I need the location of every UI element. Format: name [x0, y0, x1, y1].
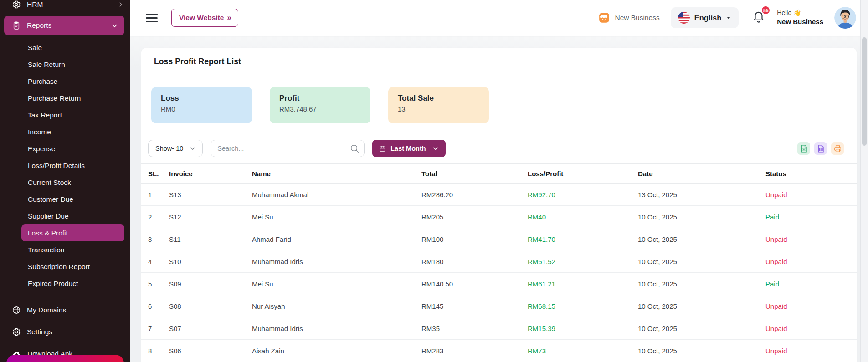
- cell-sl: 8: [148, 347, 169, 355]
- cell-total: RM180: [421, 258, 528, 265]
- table-row[interactable]: 1S13Muhammad AkmalRM286.20RM92.7013 Oct,…: [141, 184, 857, 206]
- summary-card-value: 13: [398, 105, 479, 113]
- cell-invoice: S07: [169, 325, 252, 332]
- sidebar-subitem-tax-report[interactable]: Tax Report: [14, 107, 130, 123]
- chevron-down-icon: [432, 145, 439, 152]
- export-csv-button[interactable]: CSV: [797, 142, 810, 155]
- topbar: View Website » New Business: [130, 0, 868, 36]
- user-name: New Business: [777, 17, 823, 26]
- cell-sl: 2: [148, 213, 169, 221]
- view-website-button[interactable]: View Website »: [171, 9, 238, 27]
- language-selector[interactable]: English: [671, 7, 739, 28]
- view-website-label: View Website: [179, 14, 224, 22]
- cell-date: 10 Oct, 2025: [638, 235, 765, 243]
- print-button[interactable]: [831, 142, 844, 155]
- calendar-icon: [379, 145, 386, 152]
- sidebar-subitem-current-stock[interactable]: Current Stock: [14, 174, 130, 191]
- sidebar-bottom-gradient-button[interactable]: [6, 355, 124, 362]
- search-input[interactable]: [211, 140, 365, 157]
- cell-invoice: S12: [169, 213, 252, 221]
- table-row[interactable]: 2S12Mei SuRM205RM4010 Oct, 2025Paid: [141, 206, 857, 228]
- reports-submenu: SaleSale ReturnPurchasePurchase ReturnTa…: [14, 37, 130, 296]
- cell-name: Aisah Zain: [252, 347, 421, 355]
- sidebar-item-hrm[interactable]: HRM: [0, 0, 130, 13]
- cell-status: Unpaid: [765, 258, 857, 265]
- sidebar-subitem-loss-profit[interactable]: Loss & Profit: [21, 224, 124, 241]
- cell-loss-profit: RM15.39: [528, 325, 638, 332]
- column-header: Status: [765, 170, 857, 178]
- cell-sl: 3: [148, 235, 169, 243]
- hamburger-menu-icon[interactable]: [144, 12, 159, 24]
- cell-name: Nur Aisyah: [252, 302, 421, 310]
- sidebar-subitem-sale[interactable]: Sale: [14, 39, 130, 56]
- avatar[interactable]: [834, 7, 856, 29]
- sidebar-subitem-expired-product[interactable]: Expired Product: [14, 275, 130, 292]
- greeting-block: Hello 👋 New Business: [777, 9, 823, 26]
- cell-date: 10 Oct, 2025: [638, 213, 765, 221]
- app-window: HRM Reports SaleSale ReturnPurchasePurch…: [0, 0, 868, 362]
- summary-card-value: RM0: [161, 105, 242, 113]
- report-panel: Loss Profit Report List Loss RM0 Profit …: [141, 48, 857, 362]
- gear-icon: [12, 327, 21, 337]
- table-body: 1S13Muhammad AkmalRM286.20RM92.7013 Oct,…: [141, 184, 857, 362]
- sidebar-subitem-transaction[interactable]: Transaction: [14, 241, 130, 258]
- sidebar-subitem-subscription-report[interactable]: Subscription Report: [14, 258, 130, 275]
- export-excel-button[interactable]: [814, 142, 827, 155]
- summary-cards-row: Loss RM0 Profit RM3,748.67 Total Sale 13: [141, 74, 857, 123]
- cell-name: Ahmad Farid: [252, 235, 421, 243]
- summary-card-loss: Loss RM0: [151, 87, 252, 123]
- caret-down-icon: [726, 15, 731, 20]
- cell-total: RM283: [421, 347, 528, 355]
- content-area: Loss Profit Report List Loss RM0 Profit …: [130, 36, 868, 362]
- chevron-down-icon: [190, 145, 196, 152]
- column-header: Invoice: [169, 170, 252, 178]
- sidebar-footer: My Domains Settings Down: [0, 301, 130, 362]
- page-title: Loss Profit Report List: [154, 57, 844, 66]
- sidebar-subitem-sale-return[interactable]: Sale Return: [14, 56, 130, 73]
- sidebar-item-settings[interactable]: Settings: [0, 323, 130, 341]
- table-row[interactable]: 8S06Aisah ZainRM283RM7310 Oct, 2025Unpai…: [141, 340, 857, 362]
- sidebar-item-my-domains[interactable]: My Domains: [0, 301, 130, 319]
- table-row[interactable]: 3S11Ahmad FaridRM100RM41.7010 Oct, 2025U…: [141, 228, 857, 250]
- show-entries-select[interactable]: Show- 10: [148, 140, 203, 157]
- table-controls: Show- 10: [141, 123, 857, 157]
- table-row[interactable]: 5S09Mei SuRM140.50RM61.2110 Oct, 2025Pai…: [141, 273, 857, 295]
- cell-status: Unpaid: [765, 235, 857, 243]
- notification-count-badge: 55: [761, 5, 770, 15]
- sidebar-item-reports[interactable]: Reports: [4, 16, 124, 35]
- sidebar-item-label: Settings: [27, 328, 124, 336]
- sidebar-subitem-expense[interactable]: Expense: [14, 140, 130, 157]
- sidebar-subitem-supplier-due[interactable]: Supplier Due: [14, 208, 130, 224]
- cell-name: Muhammad Idris: [252, 258, 421, 265]
- scrollbar-track[interactable]: [860, 0, 868, 362]
- summary-card-label: Total Sale: [398, 94, 479, 103]
- search-icon: [349, 143, 360, 153]
- date-filter-value: Last Month: [390, 145, 426, 152]
- sidebar-subitem-loss-profit-details[interactable]: Loss/Profit Details: [14, 157, 130, 174]
- cell-total: RM100: [421, 235, 528, 243]
- sidebar-subitem-customer-due[interactable]: Customer Due: [14, 191, 130, 208]
- cell-status: Paid: [765, 280, 857, 288]
- cell-date: 10 Oct, 2025: [638, 347, 765, 355]
- cell-loss-profit: RM40: [528, 213, 638, 221]
- sidebar-subitem-income[interactable]: Income: [14, 123, 130, 140]
- table-row[interactable]: 7S07Muhammad IdrisRM35RM15.3910 Oct, 202…: [141, 317, 857, 340]
- sidebar-subitem-purchase-return[interactable]: Purchase Return: [14, 90, 130, 107]
- business-selector[interactable]: New Business: [598, 12, 659, 24]
- cell-loss-profit: RM61.21: [528, 280, 638, 288]
- notifications-button[interactable]: 55: [751, 10, 766, 26]
- cell-sl: 4: [148, 258, 169, 265]
- cell-total: RM140.50: [421, 280, 528, 288]
- cell-sl: 6: [148, 302, 169, 310]
- cell-status: Unpaid: [765, 302, 857, 310]
- table-row[interactable]: 6S08Nur AisyahRM145RM68.1510 Oct, 2025Un…: [141, 295, 857, 317]
- main-area: View Website » New Business: [130, 0, 868, 362]
- sidebar-subitem-purchase[interactable]: Purchase: [14, 73, 130, 90]
- cell-name: Mei Su: [252, 280, 421, 288]
- scrollbar-thumb[interactable]: [862, 37, 867, 146]
- date-filter-button[interactable]: Last Month: [372, 140, 445, 157]
- chevron-right-icon: [118, 1, 124, 8]
- cell-sl: 5: [148, 280, 169, 288]
- us-flag-icon: [678, 12, 690, 24]
- table-row[interactable]: 4S10Muhammad IdrisRM180RM51.5210 Oct, 20…: [141, 250, 857, 273]
